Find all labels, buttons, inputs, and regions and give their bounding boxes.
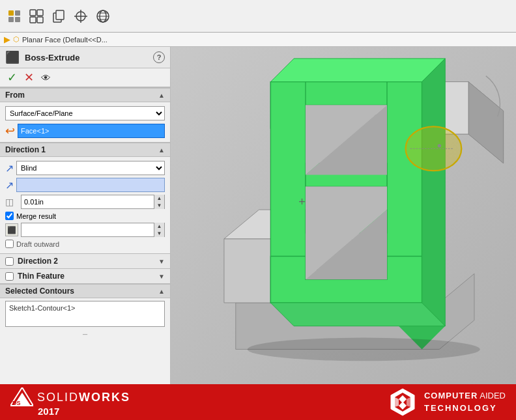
merge-result-checkbox[interactable] — [5, 212, 14, 220]
extrude-input-wrap: ▲ ▼ — [21, 223, 165, 237]
extrude-increment-button[interactable]: ▲ — [154, 223, 164, 230]
svg-marker-37 — [422, 59, 446, 326]
svg-rect-3 — [15, 17, 20, 22]
merge-result-row: Merge result — [5, 212, 165, 220]
toolbar-grid-icon[interactable] — [27, 7, 46, 25]
selected-contours-label: Selected Contours — [5, 287, 74, 296]
panel-header: ⬛ Boss-Extrude ? — [0, 47, 170, 68]
svg-rect-9 — [56, 10, 64, 20]
toolbar-home-icon[interactable] — [5, 7, 23, 25]
depth-blue-row: ↗ — [5, 178, 165, 192]
depth-measure-icon: ◫ — [5, 197, 18, 207]
solidworks-logo-area: DS SOLIDWORKS 2017 — [10, 387, 130, 417]
contour-item[interactable]: Sketch1-Contour<1> — [8, 303, 162, 313]
svg-rect-5 — [37, 10, 43, 16]
face-arrow-button[interactable]: ↩ — [5, 124, 15, 138]
direction2-section: Direction 2 ▼ — [0, 253, 170, 268]
main-area: ⬛ Boss-Extrude ? ✓ ✕ 👁 From ▲ Surface/Fa… — [0, 47, 516, 384]
viewport[interactable]: + — [171, 47, 516, 384]
scroll-indicator: ─ — [0, 329, 170, 339]
svg-rect-1 — [15, 10, 20, 16]
direction2-checkbox[interactable] — [5, 257, 14, 266]
depth-spinners: ▲ ▼ — [154, 195, 164, 209]
solidworks-text: SOLIDWORKS — [37, 391, 130, 404]
svg-rect-36 — [306, 186, 387, 210]
direction1-content: ↗ Blind ↗ ◫ ▲ ▼ — [0, 157, 170, 253]
direction1-section: Direction 1 ▲ ↗ Blind ↗ ◫ — [0, 142, 170, 253]
panel-title: Boss-Extrude — [25, 53, 80, 63]
help-button[interactable]: ? — [153, 51, 165, 63]
thin-feature-section: Thin Feature ▼ — [0, 268, 170, 283]
selected-contours-header[interactable]: Selected Contours ▲ — [0, 284, 170, 298]
svg-point-43 — [438, 144, 441, 147]
toolbar-globe-icon[interactable] — [94, 7, 112, 25]
draft-outward-label: Draft outward — [16, 240, 59, 248]
direction1-flip-icon[interactable]: ↗ — [5, 162, 14, 175]
direction2-header[interactable]: Direction 2 ▼ — [0, 254, 170, 268]
face-input-field[interactable]: Face<1> — [18, 124, 165, 138]
top-toolbar — [0, 0, 516, 33]
thin-feature-checkbox[interactable] — [5, 272, 14, 281]
from-dropdown[interactable]: Surface/Face/Plane — [5, 106, 165, 120]
bottom-bar: DS SOLIDWORKS 2017 COMPUTER AIDED TECHNO… — [0, 384, 516, 420]
svg-marker-39 — [270, 303, 445, 326]
thin-feature-arrow: ▼ — [158, 273, 165, 280]
depth-value-row: ◫ ▲ ▼ — [5, 195, 165, 209]
depth-input[interactable] — [22, 195, 154, 208]
extrude-decrement-button[interactable]: ▼ — [154, 230, 164, 237]
direction2-arrow: ▼ — [158, 258, 165, 265]
depth-increment-button[interactable]: ▲ — [154, 195, 164, 202]
cancel-button[interactable]: ✕ — [22, 71, 35, 84]
svg-rect-7 — [37, 17, 43, 23]
cat-logo-area: COMPUTER AIDED TECHNOLOGY — [388, 387, 506, 417]
thin-feature-left: Thin Feature — [5, 272, 64, 281]
thin-feature-label: Thin Feature — [18, 272, 64, 281]
selected-contours-section: Selected Contours ▲ Sketch1-Contour<1> ─ — [0, 283, 170, 339]
direction2-left: Direction 2 — [5, 257, 58, 266]
direction1-label: Direction 1 — [5, 145, 46, 154]
extrude-extra-input[interactable] — [22, 223, 154, 236]
toolbar-crosshair-icon[interactable] — [72, 7, 90, 25]
toolbar-copy-icon[interactable] — [50, 7, 68, 25]
svg-rect-2 — [8, 17, 14, 22]
depth-input-wrap: ▲ ▼ — [21, 195, 165, 209]
draft-outward-checkbox[interactable] — [5, 240, 14, 248]
face-icon: ⬡ — [13, 35, 20, 44]
from-section-header[interactable]: From ▲ — [0, 88, 170, 102]
tree-bar-icon: ▶ — [4, 35, 10, 44]
extrude-icon-row: ⬛ ▲ ▼ — [5, 223, 165, 237]
ds-logo-icon: DS — [10, 387, 33, 407]
direction1-arrow: ▲ — [158, 147, 165, 154]
extrude-spinners: ▲ ▼ — [154, 223, 164, 237]
face-input-row: ↩ Face<1> — [5, 124, 165, 138]
from-section-content: Surface/Face/Plane ↩ Face<1> — [0, 102, 170, 142]
depth-blue-bar — [16, 178, 165, 192]
direction2-label: Direction 2 — [18, 257, 58, 266]
merge-result-label: Merge result — [16, 212, 56, 220]
direction1-header[interactable]: Direction 1 ▲ — [0, 143, 170, 157]
direction1-type-select[interactable]: Blind — [16, 161, 165, 175]
action-row: ✓ ✕ 👁 — [0, 68, 170, 87]
viewport-crosshair: + — [298, 195, 306, 209]
accept-button[interactable]: ✓ — [5, 71, 18, 84]
depth-decrement-button[interactable]: ▼ — [154, 202, 164, 209]
preview-button[interactable]: 👁 — [39, 71, 52, 84]
tree-bar-label: Planar Face (Default<<D... — [22, 36, 108, 44]
svg-point-40 — [248, 338, 480, 361]
draft-outward-row: Draft outward — [5, 240, 165, 248]
from-section: From ▲ Surface/Face/Plane ↩ Face<1> — [0, 87, 170, 142]
svg-rect-6 — [30, 17, 36, 23]
extrude-small-icon: ⬛ — [5, 223, 18, 236]
boss-extrude-icon: ⬛ — [5, 50, 20, 64]
model-svg — [171, 47, 516, 384]
contours-list: Sketch1-Contour<1> — [5, 301, 165, 327]
year-text: 2017 — [10, 406, 130, 417]
cat-logo-icon — [388, 387, 418, 417]
thin-feature-header[interactable]: Thin Feature ▼ — [0, 269, 170, 283]
svg-marker-31 — [270, 59, 445, 82]
panel-actions: ? — [153, 51, 165, 63]
direction1-type-row: ↗ Blind — [5, 161, 165, 175]
from-arrow: ▲ — [158, 92, 165, 99]
solidworks-logo-row: DS SOLIDWORKS — [10, 387, 130, 407]
tree-bar: ▶ ⬡ Planar Face (Default<<D... — [0, 33, 516, 47]
